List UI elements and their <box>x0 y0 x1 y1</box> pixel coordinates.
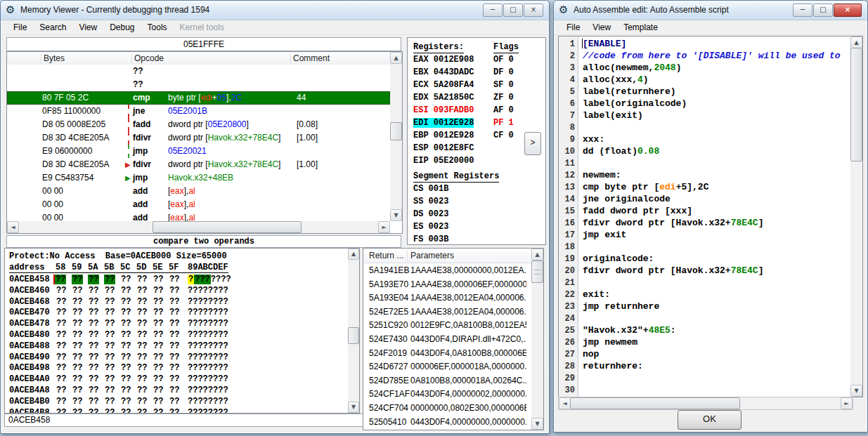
hex-byte[interactable]: ?? <box>136 319 153 329</box>
hex-byte[interactable]: ?? <box>136 408 153 414</box>
hex-byte[interactable]: ?? <box>88 397 104 407</box>
hex-byte[interactable]: ?? <box>72 397 88 407</box>
hex-byte[interactable]: ?? <box>72 319 88 329</box>
code-line[interactable] <box>583 122 850 134</box>
maximize-icon[interactable]: □ <box>813 4 833 17</box>
hex-byte[interactable]: ?? <box>120 341 136 351</box>
hex-byte[interactable]: ?? <box>136 374 153 384</box>
hex-byte[interactable]: ?? <box>136 352 153 362</box>
hex-byte[interactable]: ?? <box>104 275 120 284</box>
stack-vscrollbar[interactable]: ▲ ▼ <box>531 249 543 430</box>
hex-byte[interactable]: ?? <box>169 319 185 329</box>
hex-byte[interactable]: ?? <box>104 352 120 362</box>
hex-byte[interactable]: ?? <box>72 374 88 384</box>
disassembler-vscrollbar[interactable]: ▲ ▼ <box>390 52 402 221</box>
hex-row[interactable]: 0ACEB4A8???????????????????????? <box>9 385 228 395</box>
expand-registers-button[interactable]: > <box>524 132 541 155</box>
code-line[interactable]: fdivr dword ptr [Havok.x32+78E4C] <box>583 218 850 230</box>
auto-assemble-titlebar[interactable]: ⚙ Auto Assemble edit: Auto Assemble scri… <box>554 1 867 20</box>
register-row[interactable]: EBX 0443DADC <box>413 67 474 77</box>
code-line[interactable]: label(originalcode) <box>583 98 850 110</box>
hex-byte[interactable]: ?? <box>88 341 104 351</box>
stack-row[interactable]: 524D785E0A8100B8,0000018A,00264C... <box>363 374 526 388</box>
stack-row[interactable]: 524CF70400000000,0802E300,0000006B... <box>363 402 526 415</box>
code-line[interactable]: nop <box>583 349 850 361</box>
hex-byte[interactable]: ?? <box>72 308 88 317</box>
hex-byte[interactable]: ?? <box>120 352 136 362</box>
code-line[interactable]: originalcode: <box>583 253 850 265</box>
hex-row[interactable]: 0ACEB468???????????????????????? <box>9 297 228 307</box>
scroll-right-icon[interactable]: ► <box>378 221 390 233</box>
hex-row[interactable]: 0ACEB498???????????????????????? <box>9 363 228 373</box>
flag-row[interactable]: DF 0 <box>493 67 514 77</box>
column-comment[interactable]: Comment <box>293 53 330 63</box>
hex-byte[interactable]: ?? <box>169 352 185 362</box>
hex-byte[interactable]: ?? <box>153 275 169 284</box>
stack-row[interactable]: 524F20190443D0F4,0A8100B8,000006E... <box>363 347 526 360</box>
stack-row[interactable]: 525054100443D0F4,00000000,0000000... <box>363 416 526 429</box>
register-row[interactable]: ECX 5A208FA4 <box>413 80 474 90</box>
menu-tools[interactable]: Tools <box>141 21 174 34</box>
hex-byte[interactable]: ?? <box>169 397 185 407</box>
hex-byte[interactable]: ?? <box>136 363 153 373</box>
hex-byte[interactable]: ?? <box>153 374 169 384</box>
flag-row[interactable]: PF 1 <box>493 118 514 128</box>
scroll-down-icon[interactable]: ▼ <box>348 402 359 413</box>
hex-byte[interactable]: ?? <box>153 408 169 414</box>
hex-byte[interactable]: ?? <box>88 374 104 384</box>
hex-byte[interactable]: ?? <box>56 275 72 284</box>
hex-byte[interactable]: ?? <box>120 374 136 384</box>
hex-byte[interactable]: ?? <box>120 308 136 317</box>
hex-row[interactable]: 0ACEB458???????????????????????? <box>9 275 231 284</box>
hex-byte[interactable]: ?? <box>169 286 185 296</box>
hex-byte[interactable]: ?? <box>56 385 72 395</box>
hex-byte[interactable]: ?? <box>72 408 88 414</box>
stack-row[interactable]: 524D6727000006EF,0000018A,0000000... <box>363 360 526 374</box>
scroll-down-icon[interactable]: ▼ <box>390 209 402 221</box>
hex-byte[interactable]: ?? <box>169 275 185 284</box>
hex-row[interactable]: 0ACEB460???????????????????????? <box>9 286 228 296</box>
code-line[interactable]: "Havok.x32"+48E5: <box>583 325 850 337</box>
hex-byte[interactable]: ?? <box>153 297 169 307</box>
code-line[interactable]: //code from here to '[DISABLE]' will be … <box>583 51 850 62</box>
code-line[interactable]: dd (float)0.08 <box>583 146 850 158</box>
code-line[interactable]: [ENABLE] <box>583 39 850 51</box>
disasm-row[interactable]: E9 06000000jmp05E20021 <box>7 145 390 158</box>
hex-byte[interactable]: ?? <box>72 297 88 307</box>
script-editor[interactable]: 1234567891011121314151617181920212223242… <box>558 36 863 397</box>
maximize-icon[interactable]: □ <box>503 4 523 17</box>
hex-byte[interactable]: ?? <box>88 363 104 373</box>
hex-byte[interactable]: ?? <box>56 374 72 384</box>
hex-byte[interactable]: ?? <box>72 352 88 362</box>
hex-byte[interactable]: ?? <box>169 308 185 317</box>
disassembler-view[interactable]: Bytes Opcode Comment ????80 7F 05 2Ccmpb… <box>6 51 403 234</box>
hex-byte[interactable]: ?? <box>104 363 120 373</box>
menu-search[interactable]: Search <box>33 21 72 34</box>
hex-byte[interactable]: ?? <box>120 286 136 296</box>
minimize-icon[interactable]: ─ <box>793 4 812 17</box>
hex-byte[interactable]: ?? <box>136 341 153 351</box>
hex-byte[interactable]: ?? <box>104 330 120 340</box>
menu-debug[interactable]: Debug <box>103 21 141 34</box>
hex-row[interactable]: 0ACEB480???????????????????????? <box>9 330 228 340</box>
hex-byte[interactable]: ?? <box>56 408 72 414</box>
stack-row[interactable]: 524E74300443D0F4,DIRAPI.dll+472C0,... <box>363 333 526 346</box>
hex-byte[interactable]: ?? <box>56 297 72 307</box>
menu-kernel-tools[interactable]: Kernel tools <box>174 21 231 34</box>
code-line[interactable] <box>583 242 850 253</box>
editor-hscrollbar[interactable]: ◄ ► <box>558 397 853 410</box>
hex-byte[interactable]: ?? <box>88 319 104 329</box>
ok-button[interactable]: OK <box>678 410 741 430</box>
code-line[interactable]: jmp returnhere <box>583 301 850 313</box>
hex-byte[interactable]: ?? <box>136 385 153 395</box>
hex-byte[interactable]: ?? <box>169 297 185 307</box>
hex-byte[interactable]: ?? <box>88 408 104 414</box>
hex-byte[interactable]: ?? <box>72 286 88 296</box>
disasm-row[interactable]: 00 00add[eax],al <box>7 211 390 221</box>
code-line[interactable]: fdivr dword ptr [Havok.x32+78E4C] <box>583 265 850 277</box>
hex-byte[interactable]: ?? <box>56 308 72 317</box>
code-line[interactable] <box>583 277 850 289</box>
flag-row[interactable]: ZF 0 <box>493 93 514 103</box>
hex-byte[interactable]: ?? <box>104 397 120 407</box>
hex-byte[interactable]: ?? <box>153 308 169 317</box>
